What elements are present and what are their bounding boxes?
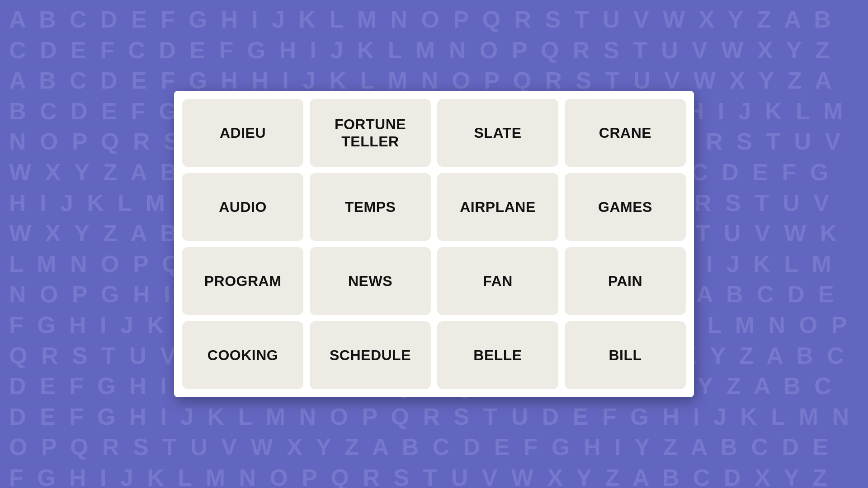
word-card-adieu[interactable]: ADIEU [182, 99, 303, 167]
word-card-slate[interactable]: SLATE [437, 99, 558, 167]
word-label: CRANE [599, 124, 651, 141]
word-label: COOKING [208, 347, 278, 364]
word-card-fortune-teller[interactable]: FORTUNE TELLER [310, 99, 431, 167]
word-label: NEWS [348, 272, 392, 290]
word-label: TEMPS [345, 198, 396, 216]
word-card-games[interactable]: GAMES [565, 173, 686, 241]
word-label: FAN [483, 272, 513, 290]
word-label: GAMES [598, 198, 652, 216]
word-card-crane[interactable]: CRANE [565, 99, 686, 167]
word-card-audio[interactable]: AUDIO [182, 173, 303, 241]
word-label: BELLE [473, 347, 522, 364]
word-label: SLATE [474, 124, 521, 141]
word-card-news[interactable]: NEWS [310, 247, 431, 315]
word-card-temps[interactable]: TEMPS [310, 173, 431, 241]
word-card-program[interactable]: PROGRAM [182, 247, 303, 315]
word-label: AUDIO [219, 198, 267, 216]
word-card-schedule[interactable]: SCHEDULE [310, 321, 431, 389]
word-card-airplane[interactable]: AIRPLANE [437, 173, 558, 241]
word-label: AIRPLANE [460, 198, 536, 216]
word-label: BILL [609, 347, 642, 364]
word-label: PAIN [608, 272, 642, 290]
word-card-belle[interactable]: BELLE [437, 321, 558, 389]
word-label: PROGRAM [204, 272, 282, 290]
word-label: FORTUNE TELLER [319, 116, 422, 150]
word-label: SCHEDULE [330, 347, 411, 364]
word-card-cooking[interactable]: COOKING [182, 321, 303, 389]
word-grid: ADIEUFORTUNE TELLERSLATECRANEAUDIOTEMPSA… [182, 99, 686, 389]
word-grid-container: ADIEUFORTUNE TELLERSLATECRANEAUDIOTEMPSA… [174, 91, 694, 397]
word-card-pain[interactable]: PAIN [565, 247, 686, 315]
word-label: ADIEU [220, 124, 266, 141]
word-card-bill[interactable]: BILL [565, 321, 686, 389]
word-card-fan[interactable]: FAN [437, 247, 558, 315]
